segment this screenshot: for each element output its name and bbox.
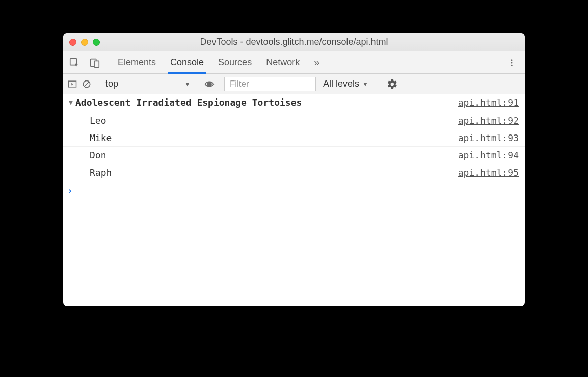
separator	[199, 78, 199, 90]
tab-console[interactable]: Console	[163, 51, 211, 73]
console-filter-input[interactable]	[224, 77, 316, 91]
live-expression-icon[interactable]	[203, 78, 216, 90]
chevron-down-icon: ▼	[362, 80, 368, 88]
close-window-button[interactable]	[69, 39, 76, 46]
zoom-window-button[interactable]	[93, 39, 100, 46]
svg-point-5	[511, 64, 513, 66]
panel-tabs: Elements Console Sources Network »	[106, 51, 498, 73]
console-settings-icon[interactable]	[385, 77, 399, 91]
console-message-text: Don	[90, 150, 458, 160]
window-title: DevTools - devtools.glitch.me/console/ap…	[63, 37, 525, 47]
console-log-row: Raph api.html:95	[63, 164, 525, 181]
svg-point-3	[511, 59, 513, 61]
inspect-tools-group	[63, 51, 106, 73]
tabs-overflow-button[interactable]: »	[307, 51, 327, 73]
console-log-row: Mike api.html:93	[63, 129, 525, 147]
console-output: ▼ Adolescent Irradiated Espionage Tortoi…	[63, 94, 525, 306]
svg-rect-2	[94, 61, 99, 67]
tab-network[interactable]: Network	[259, 51, 307, 73]
chevron-down-icon: ▼	[184, 80, 191, 88]
console-prompt[interactable]: ›	[63, 181, 525, 200]
separator	[378, 78, 378, 90]
levels-label: All levels	[323, 78, 359, 89]
tab-label: Elements	[118, 57, 156, 68]
tab-elements[interactable]: Elements	[111, 51, 163, 73]
minimize-window-button[interactable]	[81, 39, 88, 46]
console-message-text: Adolescent Irradiated Espionage Tortoise…	[75, 97, 458, 108]
separator	[220, 78, 220, 90]
prompt-chevron-icon: ›	[67, 186, 73, 195]
chevron-right-double-icon: »	[314, 57, 319, 68]
svg-point-4	[511, 62, 513, 63]
source-link[interactable]: api.html:95	[458, 167, 519, 178]
tabstrip-right-group	[498, 51, 525, 73]
disclosure-triangle-icon[interactable]: ▼	[66, 97, 75, 109]
source-link[interactable]: api.html:92	[458, 115, 519, 126]
log-levels-selector[interactable]: All levels ▼	[318, 78, 373, 89]
traffic-lights	[69, 39, 100, 46]
window-titlebar: DevTools - devtools.glitch.me/console/ap…	[63, 33, 525, 51]
console-message-text: Leo	[90, 115, 458, 126]
svg-line-8	[85, 82, 89, 86]
clear-console-icon[interactable]	[81, 78, 93, 90]
console-message-text: Raph	[90, 167, 458, 178]
source-link[interactable]: api.html:93	[458, 132, 519, 143]
tab-label: Network	[266, 57, 300, 68]
devtools-window: DevTools - devtools.glitch.me/console/ap…	[63, 33, 525, 306]
console-group-header: ▼ Adolescent Irradiated Espionage Tortoi…	[63, 94, 525, 112]
more-options-button[interactable]	[505, 57, 518, 69]
source-link[interactable]: api.html:94	[458, 150, 519, 160]
context-label: top	[105, 78, 118, 89]
console-message-text: Mike	[90, 132, 458, 143]
console-sidebar-toggle-icon[interactable]	[66, 78, 78, 90]
device-toggle-icon[interactable]	[89, 57, 101, 69]
console-log-row: Don api.html:94	[63, 147, 525, 164]
source-link[interactable]: api.html:91	[458, 97, 519, 108]
console-toolbar: top ▼ All levels ▼	[63, 74, 525, 94]
main-tabstrip: Elements Console Sources Network »	[63, 51, 525, 74]
execution-context-selector[interactable]: top ▼	[101, 77, 195, 90]
separator	[97, 78, 97, 90]
tab-label: Console	[170, 57, 204, 68]
text-caret	[77, 185, 77, 196]
tab-label: Sources	[218, 57, 252, 68]
inspect-element-icon[interactable]	[68, 57, 81, 69]
tab-sources[interactable]: Sources	[211, 51, 259, 73]
console-log-row: Leo api.html:92	[63, 112, 525, 129]
